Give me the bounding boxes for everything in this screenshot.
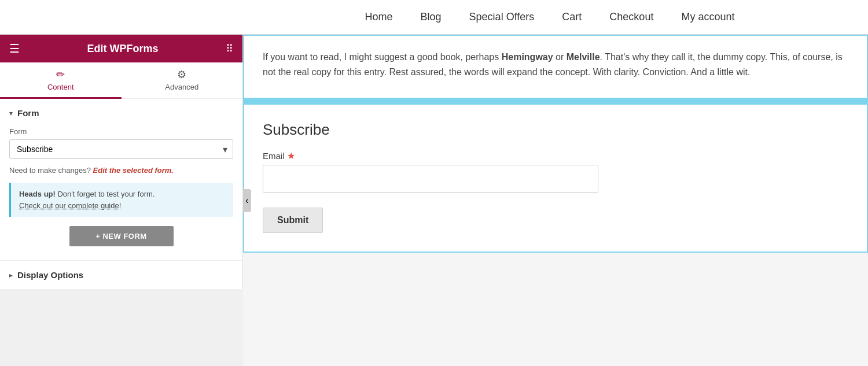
- new-form-btn-wrapper: + NEW FORM: [9, 226, 233, 246]
- subscribe-section: Subscribe Email ★ Submit: [243, 103, 868, 253]
- tab-advanced-label: Advanced: [165, 83, 198, 91]
- grid-icon[interactable]: ⠿: [226, 42, 233, 55]
- hamburger-icon[interactable]: ☰: [9, 42, 20, 56]
- article-bold-melville: Melville: [567, 52, 600, 62]
- sidebar-title: Edit WPForms: [87, 43, 158, 55]
- submit-button[interactable]: Submit: [263, 208, 323, 233]
- blue-divider: [243, 99, 868, 103]
- nav-links: Home Blog Special Offers Cart Checkout M…: [255, 11, 868, 23]
- tab-content[interactable]: ✏ Content: [0, 62, 122, 99]
- nav-home[interactable]: Home: [365, 11, 393, 23]
- info-box-link[interactable]: Check out our complete guide!: [19, 201, 121, 210]
- top-navigation: Home Blog Special Offers Cart Checkout M…: [0, 0, 868, 35]
- article-text-block: If you want to read, I might suggest a g…: [243, 35, 868, 99]
- display-options-section: ▸ Display Options: [0, 260, 242, 289]
- article-bold-hemingway: Hemingway: [502, 52, 553, 62]
- info-box-text: Don't forget to test your form.: [57, 190, 155, 198]
- tab-advanced[interactable]: ⚙ Advanced: [122, 62, 243, 99]
- nav-special-offers[interactable]: Special Offers: [469, 11, 535, 23]
- edit-form-prompt: Need to make changes?: [9, 166, 91, 175]
- article-text-before-bold1: If you want to read, I might suggest a g…: [263, 52, 502, 62]
- sidebar-header: ☰ Edit WPForms ⠿: [0, 35, 242, 62]
- form-section-title: Form: [17, 108, 39, 118]
- nav-cart[interactable]: Cart: [562, 11, 582, 23]
- content-tab-icon: ✏: [56, 68, 65, 81]
- form-field-label: Form: [9, 127, 233, 136]
- display-options-chevron-icon: ▸: [9, 271, 13, 279]
- form-chevron-icon: ▾: [9, 109, 13, 117]
- info-box: Heads up! Don't forget to test your form…: [9, 183, 233, 217]
- form-select[interactable]: Subscribe: [9, 139, 233, 159]
- sidebar-wrapper: ☰ Edit WPForms ⠿ ✏ Content ⚙ Advanced: [0, 35, 243, 366]
- sidebar-content: ▾ Form Form Subscribe ▾ Need to make cha…: [0, 99, 242, 260]
- email-field-group: Email ★: [263, 150, 848, 193]
- content-inner: If you want to read, I might suggest a g…: [243, 35, 868, 253]
- new-form-button[interactable]: + NEW FORM: [69, 226, 174, 246]
- content-area: If you want to read, I might suggest a g…: [243, 35, 868, 366]
- form-section-header[interactable]: ▾ Form: [9, 108, 233, 118]
- required-star: ★: [287, 150, 295, 161]
- form-select-wrapper: Subscribe ▾: [9, 139, 233, 159]
- sidebar-tabs: ✏ Content ⚙ Advanced: [0, 62, 242, 99]
- collapse-icon: ‹: [245, 195, 248, 206]
- display-options-title: Display Options: [17, 270, 83, 280]
- email-field-label: Email ★: [263, 150, 848, 161]
- article-text-or: or: [553, 52, 567, 62]
- nav-my-account[interactable]: My account: [681, 11, 734, 23]
- nav-blog[interactable]: Blog: [421, 11, 442, 23]
- main-layout: ☰ Edit WPForms ⠿ ✏ Content ⚙ Advanced: [0, 35, 868, 366]
- nav-checkout[interactable]: Checkout: [609, 11, 653, 23]
- advanced-tab-icon: ⚙: [177, 68, 186, 81]
- display-options-header[interactable]: ▸ Display Options: [9, 270, 233, 280]
- edit-form-action-link[interactable]: Edit the selected form.: [93, 166, 174, 175]
- email-input[interactable]: [263, 165, 598, 193]
- edit-form-link-container: Need to make changes? Edit the selected …: [9, 166, 233, 175]
- sidebar-collapse-handle[interactable]: ‹: [243, 189, 251, 212]
- tab-content-label: Content: [47, 83, 74, 91]
- subscribe-title: Subscribe: [263, 121, 848, 139]
- info-box-bold: Heads up!: [19, 190, 56, 198]
- sidebar: ☰ Edit WPForms ⠿ ✏ Content ⚙ Advanced: [0, 35, 243, 289]
